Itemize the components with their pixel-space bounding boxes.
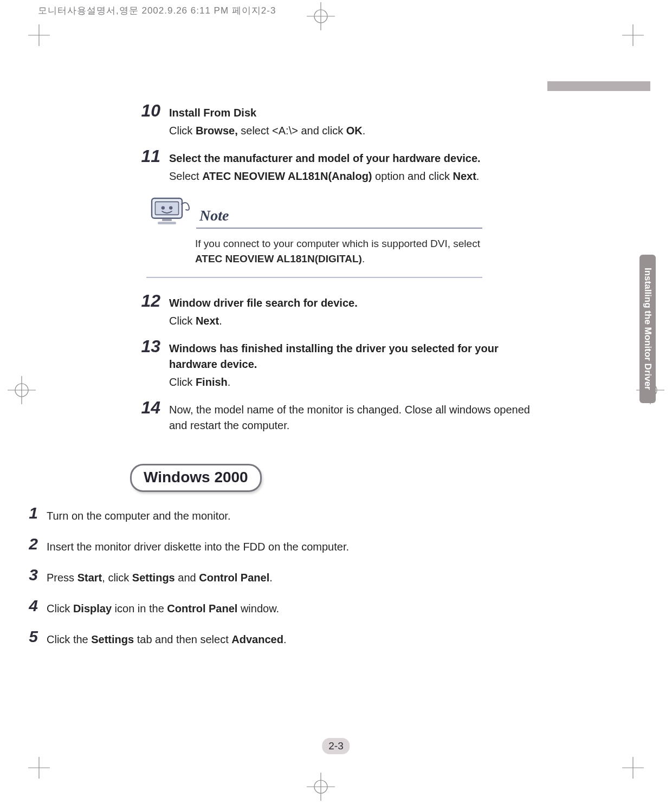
svg-rect-25 [158, 222, 176, 224]
step-number: 5 [22, 627, 38, 646]
step-body: Click Display icon in the Control Panel … [47, 599, 434, 617]
note-heading: Note [199, 207, 229, 224]
step: 4Click Display icon in the Control Panel… [22, 599, 434, 617]
note-box: Note If you connect to your computer whi… [146, 194, 482, 278]
step-body: Select the manufacturer and model of you… [169, 148, 547, 184]
steps-group-a: 10Install From DiskClick Browse, select … [135, 103, 547, 184]
print-header: 모니터사용설명서,영문 2002.9.26 6:11 PM 페이지2-3 [38, 4, 276, 17]
step: 3Press Start, click Settings and Control… [22, 568, 434, 586]
step-body: Press Start, click Settings and Control … [47, 568, 434, 586]
step-body: Window driver file search for device.Cli… [169, 293, 547, 329]
step-instruction: Click Finish. [169, 374, 547, 390]
step-body: Turn on the computer and the monitor. [47, 506, 434, 524]
side-tab: Installing the Monitor Driver [639, 255, 656, 403]
step-instruction: Press Start, click Settings and Control … [47, 570, 434, 586]
step-number: 14 [135, 398, 160, 418]
crop-mark-tr [622, 24, 644, 46]
svg-rect-24 [162, 219, 172, 221]
step-title: Install From Disk [169, 105, 547, 121]
step-body: Now, the model name of the monitor is ch… [169, 400, 547, 433]
step-number: 4 [22, 597, 38, 615]
step-number: 11 [135, 146, 160, 166]
step: 12Window driver file search for device.C… [135, 293, 547, 329]
svg-point-23 [169, 206, 172, 209]
step-body: Click the Settings tab and then select A… [47, 630, 434, 647]
crop-mark-br [622, 757, 644, 779]
step-instruction: Click Next. [169, 313, 547, 329]
step-instruction: Click the Settings tab and then select A… [47, 632, 434, 647]
page-number: 2-3 [322, 738, 350, 754]
step: 1Turn on the computer and the monitor. [22, 506, 434, 524]
steps-group-b: 12Window driver file search for device.C… [135, 293, 547, 433]
step: 2Insert the monitor driver diskette into… [22, 537, 434, 555]
step-body: Install From DiskClick Browse, select <A… [169, 103, 547, 139]
step: 14Now, the model name of the monitor is … [135, 400, 547, 433]
registration-mark-top [305, 0, 337, 33]
step-number: 1 [22, 504, 38, 522]
step: 5Click the Settings tab and then select … [22, 630, 434, 647]
step-body: Insert the monitor driver diskette into … [47, 537, 434, 555]
step-number: 10 [135, 101, 160, 121]
step-title: Select the manufacturer and model of you… [169, 151, 547, 166]
step: 10Install From DiskClick Browse, select … [135, 103, 547, 139]
step-instruction: Now, the model name of the monitor is ch… [169, 402, 547, 433]
note-rule [146, 277, 482, 278]
section-heading: Windows 2000 [130, 464, 262, 492]
step: 11Select the manufacturer and model of y… [135, 148, 547, 184]
step-instruction: Select ATEC NEOVIEW AL181N(Analog) optio… [169, 169, 547, 184]
step-title: Windows has finished installing the driv… [169, 341, 547, 372]
note-text: If you connect to your computer which is… [195, 236, 482, 266]
step-number: 2 [22, 535, 38, 553]
step-instruction: Click Browse, select <A:\> and click OK. [169, 123, 547, 139]
step-body: Windows has finished installing the driv… [169, 339, 547, 390]
step-instruction: Turn on the computer and the monitor. [47, 508, 434, 524]
step-instruction: Insert the monitor driver diskette into … [47, 539, 434, 555]
steps-group-c: 1Turn on the computer and the monitor.2I… [22, 506, 434, 647]
step-instruction: Click Display icon in the Control Panel … [47, 601, 434, 617]
step-number: 13 [135, 336, 160, 357]
note-monitor-icon [146, 194, 192, 229]
step-number: 12 [135, 291, 160, 311]
step: 13Windows has finished installing the dr… [135, 339, 547, 390]
step-title: Window driver file search for device. [169, 295, 547, 311]
svg-point-22 [161, 206, 165, 209]
step-number: 3 [22, 566, 38, 584]
